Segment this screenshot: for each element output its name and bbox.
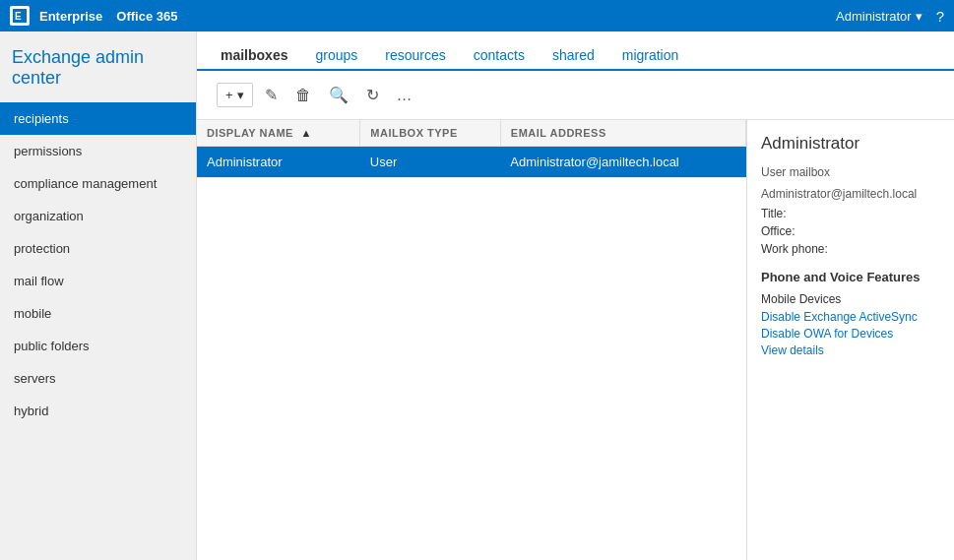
- sidebar-item-mail-flow[interactable]: mail flow: [0, 265, 196, 297]
- detail-link-view-details[interactable]: View details: [761, 343, 940, 357]
- refresh-button[interactable]: ↻: [360, 84, 385, 106]
- sidebar-item-protection[interactable]: protection: [0, 232, 196, 265]
- user-section: Administrator ▾ ?: [836, 8, 944, 25]
- detail-fields: Title:Office:Work phone:: [761, 207, 940, 256]
- sidebar-item-servers[interactable]: servers: [0, 362, 196, 395]
- topbar: E Enterprise Office 365 Administrator ▾ …: [0, 0, 954, 31]
- sidebar: Exchange admin center recipientspermissi…: [0, 31, 197, 560]
- office365-link[interactable]: Office 365: [116, 9, 177, 24]
- detail-name: Administrator: [761, 134, 940, 154]
- toolbar: + ▾ ✎ 🗑 🔍 ↻ …: [197, 71, 954, 120]
- user-name: Administrator: [836, 9, 912, 24]
- app-names: Enterprise Office 365: [39, 9, 836, 24]
- detail-link-disable-exchange-activesync[interactable]: Disable Exchange ActiveSync: [761, 310, 940, 324]
- sidebar-item-hybrid[interactable]: hybrid: [0, 395, 196, 427]
- detail-field: Title:: [761, 207, 940, 220]
- tab-shared[interactable]: shared: [548, 41, 599, 71]
- cell-display_name: Administrator: [197, 147, 360, 178]
- user-dropdown[interactable]: Administrator ▾: [836, 9, 922, 24]
- add-button[interactable]: + ▾: [217, 83, 253, 107]
- col-header-email_address: EMAIL ADDRESS: [500, 120, 745, 147]
- sidebar-item-recipients[interactable]: recipients: [0, 102, 196, 135]
- detail-field: Office:: [761, 224, 940, 238]
- detail-user-mailbox: User mailbox: [761, 163, 940, 181]
- sidebar-item-compliance[interactable]: compliance management: [0, 167, 196, 200]
- sidebar-item-permissions[interactable]: permissions: [0, 135, 196, 167]
- delete-button[interactable]: 🗑: [289, 85, 317, 106]
- app-logo: E: [10, 6, 30, 26]
- page-title: Exchange admin center: [0, 31, 196, 102]
- tab-migration[interactable]: migration: [618, 41, 683, 71]
- more-button[interactable]: …: [391, 85, 418, 106]
- sidebar-item-public-folders[interactable]: public folders: [0, 330, 196, 362]
- search-button[interactable]: 🔍: [323, 84, 354, 106]
- tab-groups[interactable]: groups: [311, 41, 361, 71]
- nav-list: recipientspermissionscompliance manageme…: [0, 102, 196, 427]
- cell-mailbox_type: User: [360, 147, 501, 178]
- col-header-display_name[interactable]: DISPLAY NAME ▲: [197, 120, 360, 147]
- content-area: mailboxesgroupsresourcescontactssharedmi…: [197, 31, 954, 560]
- detail-link-disable-owa-for-devices[interactable]: Disable OWA for Devices: [761, 327, 940, 341]
- edit-button[interactable]: ✎: [259, 84, 284, 106]
- tab-bar: mailboxesgroupsresourcescontactssharedmi…: [197, 31, 954, 71]
- detail-links: Disable Exchange ActiveSyncDisable OWA f…: [761, 310, 940, 357]
- dropdown-arrow-icon: ▾: [916, 9, 922, 24]
- svg-text:E: E: [15, 11, 22, 22]
- detail-panel: Administrator User mailbox Administrator…: [747, 120, 954, 560]
- cell-email_address: Administrator@jamiltech.local: [500, 147, 745, 178]
- add-dropdown-arrow: ▾: [237, 88, 244, 102]
- enterprise-link[interactable]: Enterprise: [39, 9, 102, 24]
- sidebar-item-organization[interactable]: organization: [0, 200, 196, 232]
- add-icon: +: [225, 88, 233, 102]
- table-area: DISPLAY NAME ▲MAILBOX TYPEEMAIL ADDRESS …: [197, 120, 954, 560]
- main-layout: Exchange admin center recipientspermissi…: [0, 31, 954, 560]
- tab-mailboxes[interactable]: mailboxes: [217, 41, 291, 71]
- help-icon[interactable]: ?: [936, 8, 944, 25]
- col-header-mailbox_type: MAILBOX TYPE: [360, 120, 501, 147]
- tab-contacts[interactable]: contacts: [470, 41, 529, 71]
- mobile-devices-label: Mobile Devices: [761, 292, 940, 306]
- data-table: DISPLAY NAME ▲MAILBOX TYPEEMAIL ADDRESS …: [197, 120, 747, 560]
- detail-email: Administrator@jamiltech.local: [761, 185, 940, 203]
- sidebar-item-mobile[interactable]: mobile: [0, 297, 196, 330]
- table-row[interactable]: AdministratorUserAdministrator@jamiltech…: [197, 147, 746, 178]
- tab-resources[interactable]: resources: [381, 41, 449, 71]
- sort-arrow-icon: ▲: [297, 127, 312, 139]
- detail-field: Work phone:: [761, 242, 940, 256]
- phone-voice-section-title: Phone and Voice Features: [761, 270, 940, 284]
